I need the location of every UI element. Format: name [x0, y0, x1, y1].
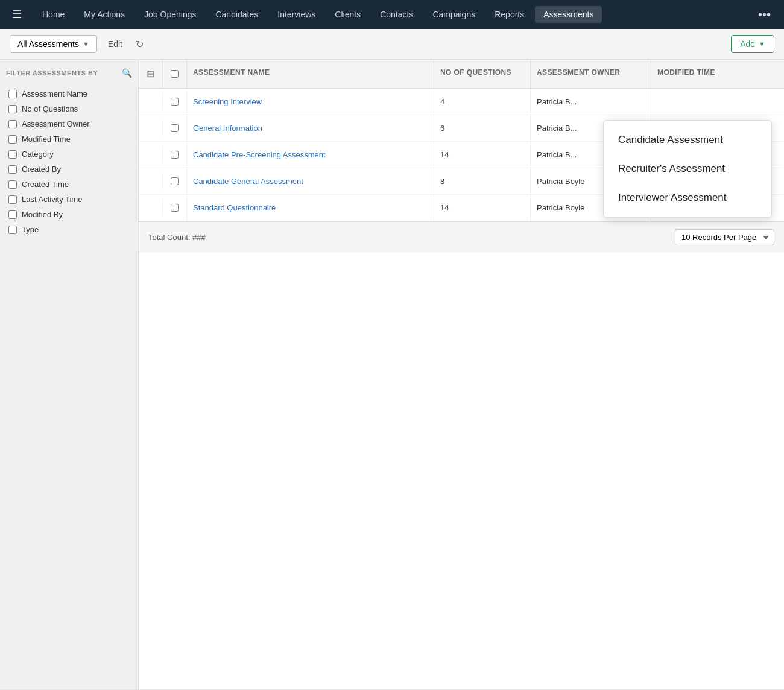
- row-expand: [139, 120, 163, 137]
- edit-button[interactable]: Edit: [103, 37, 127, 51]
- filter-label-category: Category: [22, 150, 54, 159]
- nav-item-reports[interactable]: Reports: [486, 6, 533, 23]
- filter-checkbox-assessment-owner[interactable]: [8, 120, 17, 128]
- refresh-icon[interactable]: ↻: [133, 36, 146, 52]
- filter-label-modified-by: Modified By: [22, 210, 63, 219]
- filter-checkbox-modified-by[interactable]: [8, 210, 17, 219]
- column-header-modified-time: MODIFIED TIME: [651, 60, 784, 88]
- nav-bar: ☰ Home My Actions Job Openings Candidate…: [0, 0, 784, 29]
- filter-label-created-time: Created Time: [22, 180, 69, 189]
- assessment-name-3[interactable]: Candidate Pre-Screening Assessment: [187, 142, 434, 168]
- select-all-checkbox[interactable]: [171, 70, 179, 78]
- hamburger-menu-icon[interactable]: ☰: [7, 3, 27, 26]
- filter-item-type[interactable]: Type: [6, 222, 132, 237]
- filter-checkbox-no-of-questions[interactable]: [8, 105, 17, 113]
- filter-checkbox-created-by[interactable]: [8, 165, 17, 174]
- filter-search-icon[interactable]: 🔍: [122, 68, 132, 78]
- view-selector-button[interactable]: All Assessments ▼: [10, 35, 97, 53]
- total-count-label: Total Count: ###: [148, 233, 206, 242]
- nav-item-clients[interactable]: Clients: [326, 6, 369, 23]
- filter-sidebar: FILTER ASSESSMENTS BY 🔍 Assessment Name …: [0, 60, 139, 689]
- main-content: FILTER ASSESSMENTS BY 🔍 Assessment Name …: [0, 60, 784, 689]
- nav-item-campaigns[interactable]: Campaigns: [424, 6, 484, 23]
- nav-item-assessments[interactable]: Assessments: [535, 6, 602, 23]
- filter-item-no-of-questions[interactable]: No of Questions: [6, 101, 132, 116]
- filter-label-assessment-owner: Assessment Owner: [22, 119, 90, 128]
- row-checkbox-4[interactable]: [163, 169, 187, 194]
- row-expand: [139, 93, 163, 110]
- table-area: ⊟ ASSESSMENT NAME NO OF QUESTIONS ASSESS…: [139, 60, 784, 689]
- filter-item-created-by[interactable]: Created By: [6, 162, 132, 177]
- column-select-all-checkbox[interactable]: [163, 60, 187, 88]
- row-checkbox-5[interactable]: [163, 195, 187, 220]
- add-button-label: Add: [740, 39, 755, 49]
- assessment-owner-1: Patricia B...: [531, 89, 651, 115]
- dropdown-item-interviewer-assessment[interactable]: Interviewer Assessment: [604, 183, 771, 212]
- assessment-name-2[interactable]: General Information: [187, 115, 434, 141]
- row-checkbox-3[interactable]: [163, 142, 187, 167]
- filter-item-created-time[interactable]: Created Time: [6, 177, 132, 192]
- modified-time-1: [651, 93, 784, 110]
- filter-label-created-by: Created By: [22, 165, 61, 174]
- filter-item-assessment-owner[interactable]: Assessment Owner: [6, 116, 132, 131]
- filter-checkbox-created-time[interactable]: [8, 180, 17, 189]
- filter-checkbox-modified-time[interactable]: [8, 135, 17, 144]
- filter-label-type: Type: [22, 225, 39, 234]
- more-options-icon[interactable]: •••: [752, 4, 777, 25]
- filter-item-category[interactable]: Category: [6, 147, 132, 162]
- view-selector-label: All Assessments: [17, 39, 79, 49]
- nav-item-candidates[interactable]: Candidates: [207, 6, 267, 23]
- row-checkbox-2[interactable]: [163, 116, 187, 141]
- records-per-page-select[interactable]: 10 Records Per Page 25 Records Per Page …: [675, 229, 774, 245]
- row-expand: [139, 173, 163, 190]
- row-checkbox-1[interactable]: [163, 89, 187, 114]
- questions-count-1: 4: [434, 89, 531, 115]
- add-dropdown-menu: Candidate Assessment Recruiter's Assessm…: [603, 120, 772, 218]
- assessment-name-5[interactable]: Standard Questionnaire: [187, 195, 434, 221]
- table-header: ⊟ ASSESSMENT NAME NO OF QUESTIONS ASSESS…: [139, 60, 784, 89]
- filter-item-assessment-name[interactable]: Assessment Name: [6, 86, 132, 101]
- filter-label-no-of-questions: No of Questions: [22, 104, 78, 113]
- filter-header: FILTER ASSESSMENTS BY 🔍: [6, 68, 132, 78]
- questions-count-4: 8: [434, 168, 531, 194]
- column-header-assessment-owner: ASSESSMENT OWNER: [531, 60, 651, 88]
- filter-checkbox-category[interactable]: [8, 150, 17, 159]
- assessment-name-4[interactable]: Candidate General Assessment: [187, 168, 434, 194]
- column-header-no-of-questions: NO OF QUESTIONS: [434, 60, 531, 88]
- assessment-name-1[interactable]: Screening Interview: [187, 89, 434, 115]
- filter-checkbox-last-activity-time[interactable]: [8, 195, 17, 204]
- column-header-assessment-name: ASSESSMENT NAME: [187, 60, 434, 88]
- filter-label-modified-time: Modified Time: [22, 135, 71, 144]
- add-button[interactable]: Add ▼: [731, 35, 774, 53]
- filter-label-assessment-name: Assessment Name: [22, 89, 87, 98]
- questions-count-2: 6: [434, 115, 531, 141]
- filter-label-last-activity-time: Last Activity Time: [22, 195, 82, 204]
- table-footer: Total Count: ### 10 Records Per Page 25 …: [139, 221, 784, 253]
- nav-item-interviews[interactable]: Interviews: [269, 6, 324, 23]
- nav-item-job-openings[interactable]: Job Openings: [136, 6, 204, 23]
- questions-count-5: 14: [434, 195, 531, 221]
- questions-count-3: 14: [434, 142, 531, 168]
- dropdown-item-candidate-assessment[interactable]: Candidate Assessment: [604, 125, 771, 154]
- filter-item-modified-by[interactable]: Modified By: [6, 207, 132, 222]
- row-expand: [139, 147, 163, 163]
- nav-item-my-actions[interactable]: My Actions: [75, 6, 133, 23]
- nav-item-home[interactable]: Home: [34, 6, 73, 23]
- filter-item-last-activity-time[interactable]: Last Activity Time: [6, 192, 132, 207]
- filter-checkbox-type[interactable]: [8, 226, 17, 234]
- nav-item-contacts[interactable]: Contacts: [371, 6, 422, 23]
- filter-item-modified-time[interactable]: Modified Time: [6, 131, 132, 147]
- column-view-icon[interactable]: ⊟: [139, 60, 163, 88]
- toolbar: All Assessments ▼ Edit ↻ Add ▼: [0, 29, 784, 60]
- filter-checkbox-assessment-name[interactable]: [8, 90, 17, 98]
- table-row: Screening Interview 4 Patricia B...: [139, 89, 784, 115]
- chevron-down-icon: ▼: [83, 40, 89, 48]
- add-chevron-down-icon: ▼: [759, 40, 765, 48]
- filter-header-label: FILTER ASSESSMENTS BY: [6, 69, 98, 77]
- dropdown-item-recruiter-assessment[interactable]: Recruiter's Assessment: [604, 154, 771, 183]
- row-expand: [139, 200, 163, 217]
